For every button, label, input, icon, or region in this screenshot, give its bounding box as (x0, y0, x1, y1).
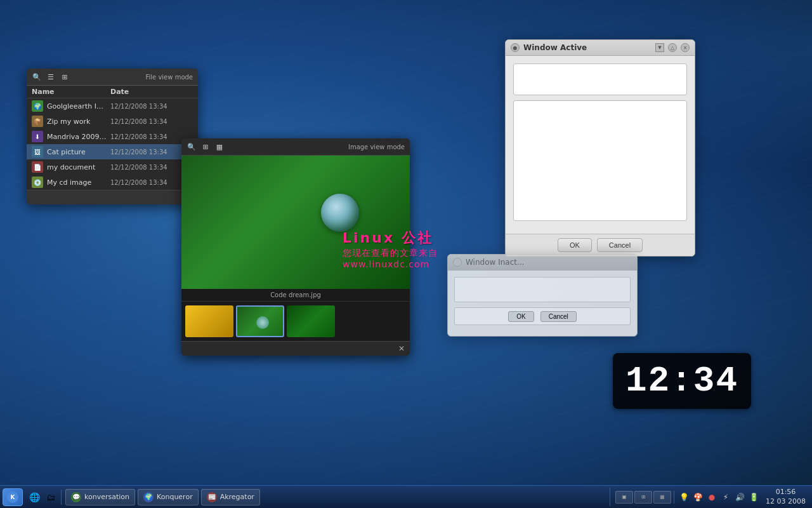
thumbnail-strip (181, 302, 410, 341)
kde-logo-icon: K (7, 491, 18, 503)
file-icon-zip: 📦 (32, 116, 43, 127)
iv-grid-view-icon[interactable]: ⊞ (200, 142, 211, 152)
file-row-selected[interactable]: 🖼 Cat picture 12/12/2008 13:34 (27, 144, 198, 159)
column-name-header: Name (32, 88, 110, 96)
window-active-titlebar: ● Window Active ▼ △ × (506, 40, 695, 56)
konversation-icon: 💬 (71, 492, 81, 502)
akregator-label: Akregator (220, 493, 254, 501)
clock-widget: 12:34 (613, 353, 751, 409)
file-icon-torrent: ⬇ (32, 131, 43, 142)
dialog-cancel-button[interactable]: Cancel (597, 238, 643, 252)
konqueror-icon: 🌍 (143, 492, 154, 502)
systray-light-icon[interactable]: 💡 (678, 491, 690, 503)
file-date: 12/12/2008 13:34 (110, 179, 193, 186)
window-layout-btn-3[interactable]: ▦ (653, 491, 671, 504)
window-inactive-dialog: Window Inact... OK Cancel (447, 254, 638, 337)
window-inactive-content: OK Cancel (448, 271, 637, 328)
quick-browser-button[interactable]: 🌐 (27, 490, 42, 505)
window-active-title: Window Active (523, 43, 652, 52)
dialog-text-area[interactable] (513, 100, 687, 221)
iv-search-icon[interactable]: 🔍 (187, 142, 197, 152)
quick-launch-bar: 🌐 🗂 (24, 490, 62, 505)
file-name: my document (47, 163, 107, 171)
image-viewer-close-button[interactable]: ✕ (398, 344, 405, 353)
window-inactive-title: Window Inact... (466, 258, 632, 267)
image-filename-caption: Code dream.jpg (181, 289, 410, 302)
main-image-display (181, 156, 410, 289)
file-row[interactable]: 📄 my document 12/12/2008 13:34 (27, 159, 198, 175)
wi-input[interactable] (454, 277, 631, 302)
search-icon[interactable]: 🔍 (32, 72, 42, 82)
file-date: 12/12/2008 13:34 (110, 133, 193, 140)
window-menu-button[interactable]: ● (511, 43, 520, 52)
file-name: My cd image (47, 178, 107, 187)
wi-buttons: OK Cancel (454, 307, 631, 325)
column-date-header: Date (110, 88, 193, 96)
taskbar-app-konversation[interactable]: 💬 konversation (65, 489, 135, 505)
taskbar-time: 01:56 (766, 488, 806, 497)
image-viewer-bottom-bar: ✕ (181, 341, 410, 356)
start-button[interactable]: K (3, 488, 23, 506)
file-icon-doc: 📄 (32, 161, 43, 173)
taskbar-date: 12 03 2008 (766, 497, 806, 506)
thumbnail-yellow[interactable] (185, 305, 233, 337)
file-date: 12/12/2008 13:34 (110, 164, 193, 171)
file-manager-close-bar: ✕ (27, 190, 198, 204)
taskbar-app-akregator[interactable]: 📰 Akregator (201, 489, 260, 505)
file-row[interactable]: 📦 Zip my work 12/12/2008 13:34 (27, 114, 198, 129)
file-date: 12/12/2008 13:34 (110, 103, 193, 110)
akregator-icon: 📰 (207, 492, 217, 502)
file-icon-image: 🖼 (32, 146, 43, 157)
thumbnail-green-drop[interactable] (236, 305, 284, 337)
file-name: Cat picture (47, 148, 107, 156)
konversation-label: konversation (84, 493, 129, 501)
image-viewer-window: 🔍 ⊞ ▦ Image view mode Code dream.jpg ✕ (181, 138, 410, 356)
taskbar-right: ▣ ⊞ ▦ 💡 🍄 ● ⚡ 🔊 🔋 01:56 12 03 2008 (610, 488, 809, 506)
systray-battery-icon[interactable]: 🔋 (748, 491, 759, 503)
quick-files-button[interactable]: 🗂 (43, 490, 58, 505)
file-date: 12/12/2008 13:34 (110, 149, 193, 156)
file-row[interactable]: 🌍 Goolgleearth Instaler 12/12/2008 13:34 (27, 98, 198, 114)
wi-cancel-button[interactable]: Cancel (540, 311, 577, 322)
file-date: 12/12/2008 13:34 (110, 118, 193, 125)
dialog-input-field[interactable] (513, 64, 687, 95)
window-shade-button[interactable]: ▼ (655, 43, 664, 52)
window-layout-buttons: ▣ ⊞ ▦ (613, 491, 674, 504)
file-row[interactable]: 💿 My cd image 12/12/2008 13:34 (27, 175, 198, 190)
systray-mushroom-icon[interactable]: 🍄 (692, 491, 704, 503)
window-inactive-titlebar: Window Inact... (448, 255, 637, 271)
clock-time-display: 12:34 (625, 361, 738, 401)
window-close-button[interactable]: × (681, 43, 690, 52)
file-name: Goolgleearth Instaler (47, 102, 107, 110)
wi-ok-button[interactable]: OK (508, 311, 534, 322)
file-manager-toolbar: 🔍 ☰ ⊞ File view mode (27, 69, 198, 86)
taskbar-clock[interactable]: 01:56 12 03 2008 (762, 488, 809, 506)
image-viewer-toolbar: 🔍 ⊞ ▦ Image view mode (181, 138, 410, 156)
wi-menu-button[interactable] (453, 258, 462, 267)
file-view-mode-label: File view mode (146, 74, 193, 81)
taskbar: K 🌐 🗂 💬 konversation 🌍 Konqueror 📰 Akreg… (0, 485, 812, 508)
file-manager-header: Name Date (27, 86, 198, 98)
iv-detail-view-icon[interactable]: ▦ (214, 142, 225, 152)
list-view-icon[interactable]: ☰ (46, 72, 56, 82)
taskbar-app-konqueror[interactable]: 🌍 Konqueror (138, 489, 199, 505)
systray-power-icon[interactable]: ⚡ (720, 491, 731, 503)
file-row[interactable]: ⬇ Mandriva 2009.1 torren 12/12/2008 13:3… (27, 129, 198, 144)
file-manager-window: 🔍 ☰ ⊞ File view mode Name Date 🌍 Goolgle… (27, 69, 198, 204)
desktop: 🔍 ☰ ⊞ File view mode Name Date 🌍 Goolgle… (0, 0, 812, 508)
file-name: Zip my work (47, 117, 107, 126)
systray-volume-icon[interactable]: 🔊 (734, 491, 745, 503)
file-icon-earth: 🌍 (32, 100, 43, 112)
konqueror-label: Konqueror (157, 493, 193, 501)
taskbar-apps: 💬 konversation 🌍 Konqueror 📰 Akregator (65, 489, 608, 505)
window-minimize-button[interactable]: △ (668, 43, 677, 52)
systray-network-icon[interactable]: ● (706, 491, 717, 503)
dialog-ok-button[interactable]: OK (558, 238, 592, 252)
dialog-footer: OK Cancel (506, 234, 695, 256)
window-layout-btn-2[interactable]: ⊞ (634, 491, 652, 504)
image-view-mode-label: Image view mode (348, 144, 405, 150)
window-layout-btn-1[interactable]: ▣ (615, 491, 633, 504)
thumbnail-green-star[interactable] (287, 305, 335, 337)
grid-view-icon[interactable]: ⊞ (60, 72, 70, 82)
window-active-dialog: ● Window Active ▼ △ × OK Cancel (505, 39, 695, 257)
